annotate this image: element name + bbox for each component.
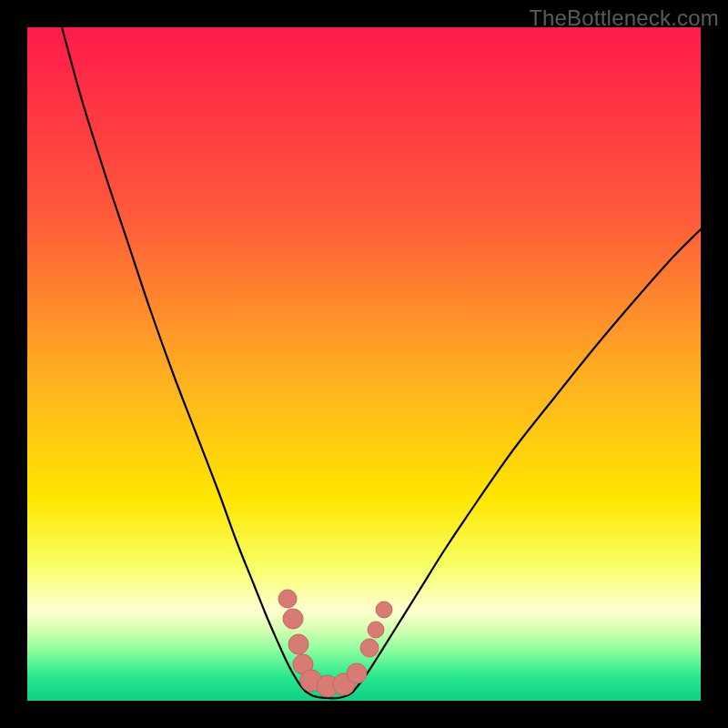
marker-dot <box>283 609 303 629</box>
marker-dot <box>288 634 308 654</box>
marker-dot <box>368 622 384 638</box>
chart-svg <box>27 27 701 701</box>
marker-dot <box>360 639 379 657</box>
marker-dot <box>278 590 297 608</box>
chart-frame: TheBottleneck.com <box>0 0 728 728</box>
plot-area <box>27 27 701 701</box>
marker-dot <box>347 663 367 683</box>
chart-background <box>27 27 701 701</box>
watermark-text: TheBottleneck.com <box>529 5 719 31</box>
marker-dot <box>376 602 392 618</box>
